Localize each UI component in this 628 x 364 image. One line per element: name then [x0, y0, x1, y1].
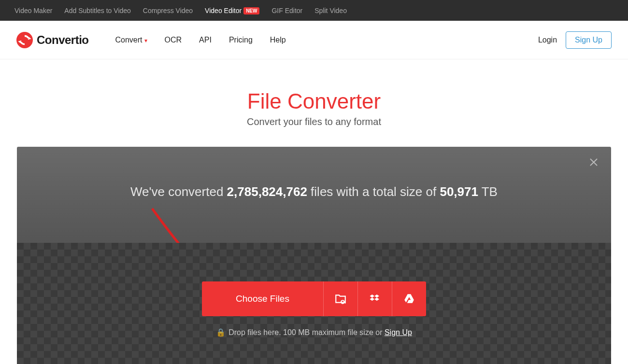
close-icon[interactable] — [589, 157, 599, 167]
folder-browse-icon[interactable] — [324, 293, 357, 305]
logo-text: Convertio — [37, 33, 89, 47]
topbar: Video Maker Add Subtitles to Video Compr… — [0, 0, 628, 21]
choose-files-label: Choose Files — [202, 294, 323, 304]
lock-icon: 🔒 — [216, 328, 226, 336]
svg-point-0 — [16, 32, 33, 48]
page-subtitle: Convert your files to any format — [0, 116, 628, 127]
signup-button[interactable]: Sign Up — [566, 31, 612, 49]
converter-panel: We've converted 2,785,824,762 files with… — [17, 147, 611, 364]
navbar: Convertio Convert▾ OCR API Pricing Help … — [0, 21, 628, 59]
login-link[interactable]: Login — [538, 36, 557, 44]
hero: File Converter Convert your files to any… — [0, 59, 628, 147]
dropbox-icon[interactable] — [358, 293, 392, 305]
topbar-link-compress-video[interactable]: Compress Video — [143, 7, 193, 14]
topbar-link-video-maker[interactable]: Video Maker — [14, 7, 52, 14]
topbar-link-add-subtitles[interactable]: Add Subtitles to Video — [64, 7, 131, 14]
nav-convert[interactable]: Convert▾ — [115, 36, 147, 44]
topbar-link-video-editor[interactable]: Video EditorNEW — [205, 7, 259, 14]
topbar-link-split-video[interactable]: Split Video — [314, 7, 347, 14]
stats-line: We've converted 2,785,824,762 files with… — [27, 184, 601, 199]
page-title: File Converter — [0, 89, 628, 113]
chevron-down-icon: ▾ — [144, 37, 147, 44]
topbar-link-gif-editor[interactable]: GIF Editor — [271, 7, 302, 14]
nav-pricing[interactable]: Pricing — [229, 36, 253, 44]
nav-links: Convert▾ OCR API Pricing Help — [115, 36, 286, 44]
logo[interactable]: Convertio — [16, 32, 89, 48]
nav-ocr[interactable]: OCR — [165, 36, 182, 44]
nav-help[interactable]: Help — [270, 36, 286, 44]
drop-hint: 🔒Drop files here. 100 MB maximum file si… — [17, 328, 611, 337]
drop-zone[interactable]: Choose Files 🔒Drop files here. 100 MB ma… — [17, 243, 611, 364]
nav-right: Login Sign Up — [538, 31, 612, 49]
logo-icon — [16, 32, 33, 48]
google-drive-icon[interactable] — [392, 293, 426, 305]
nav-api[interactable]: API — [199, 36, 212, 44]
choose-files-button[interactable]: Choose Files — [202, 281, 426, 316]
new-badge: NEW — [243, 7, 259, 14]
stats-banner: We've converted 2,785,824,762 files with… — [17, 147, 611, 243]
drop-signup-link[interactable]: Sign Up — [385, 328, 412, 336]
